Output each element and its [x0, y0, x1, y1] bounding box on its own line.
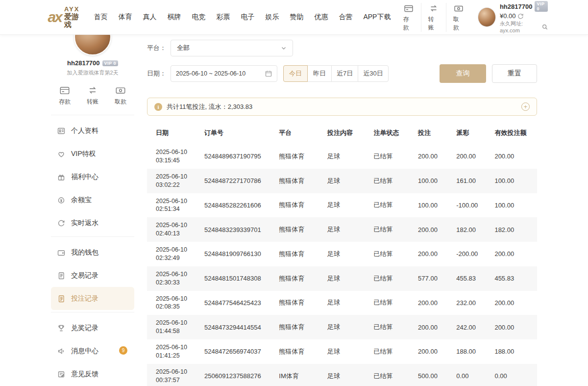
- rebate-refresh-icon: [57, 219, 66, 228]
- join-days-text: 加入爱游戏体育第2天: [51, 69, 134, 77]
- deposit-button[interactable]: 存款: [396, 3, 420, 32]
- platform-select[interactable]: 全部: [171, 40, 293, 56]
- query-button[interactable]: 查询: [440, 64, 486, 83]
- wallet-icon: [57, 248, 66, 257]
- sidebar-item-yuebao[interactable]: 余额宝: [51, 188, 134, 211]
- table-row: 2025-06-1002:40:13 5248483239339701 熊猫体育…: [147, 217, 537, 242]
- range-30days-button[interactable]: 近30日: [358, 65, 388, 82]
- expand-icon[interactable]: +: [521, 103, 530, 111]
- cell-content: 足球: [324, 217, 371, 242]
- deposit-icon: [59, 84, 71, 96]
- menu-label: 意见反馈: [71, 370, 98, 379]
- sidebar-item-rebate[interactable]: 实时返水: [51, 211, 134, 234]
- nav-promo[interactable]: 优惠: [309, 13, 333, 22]
- nav-sports[interactable]: 体育: [113, 13, 137, 22]
- search-icon[interactable]: [542, 24, 548, 30]
- cell-order: 5248481909766130: [201, 242, 276, 266]
- platform-select-value: 全部: [177, 44, 190, 52]
- date-range-input[interactable]: 2025-06-10 ~ 2025-06-10: [171, 65, 277, 82]
- table-row: 2025-06-1001:41:25 5248472656974037 熊猫体育…: [147, 339, 537, 364]
- bet-records-table: 日期 订单号 平台 投注内容 注单状态 投注 派彩 有效投注额 2025-06-…: [147, 123, 537, 386]
- cell-payout: 161.00: [453, 169, 491, 193]
- cell-content: 足球: [324, 242, 371, 266]
- profile-icon: [57, 127, 66, 135]
- sidebar-item-bet-records[interactable]: 投注记录: [51, 287, 134, 310]
- menu-label: 我的钱包: [71, 248, 98, 257]
- menu-label: 福利中心: [71, 173, 98, 181]
- sidebar-item-welfare[interactable]: 福利中心: [51, 165, 134, 188]
- gift-icon: [57, 173, 66, 181]
- table-row: 2025-06-1002:32:49 5248481909766130 熊猫体育…: [147, 242, 537, 266]
- divider: [51, 236, 134, 237]
- cell-order: 5248473294414554: [201, 315, 276, 339]
- cell-content: 足球: [324, 169, 371, 193]
- sidebar-vip-badge: VIP 0: [102, 60, 118, 66]
- cell-order: 5248483239339701: [201, 217, 276, 242]
- cell-bet: 100.00: [415, 193, 453, 218]
- cell-order: 5248485282261606: [201, 193, 276, 218]
- sidebar-item-prize-records[interactable]: 兑奖记录: [51, 316, 134, 339]
- sidebar-item-vip[interactable]: VIP特权: [51, 142, 134, 165]
- cell-status: 已结算: [371, 291, 416, 315]
- cell-valid: 0.00: [491, 364, 537, 386]
- sidebar-item-messages[interactable]: 消息中心 9: [51, 339, 134, 362]
- username: hh2817700: [500, 3, 533, 10]
- refresh-balance-icon[interactable]: [517, 13, 524, 19]
- sidebar-item-profile[interactable]: 个人资料: [51, 119, 134, 142]
- cell-bet: 200.00: [415, 315, 453, 339]
- cell-date: 2025-06-1002:51:34: [147, 193, 201, 218]
- date-range-value: 2025-06-10 ~ 2025-06-10: [176, 70, 245, 77]
- range-7days-button[interactable]: 近7日: [331, 65, 358, 82]
- nav-home[interactable]: 首页: [88, 13, 113, 22]
- nav-app-download[interactable]: APP下载: [358, 13, 396, 22]
- sidebar-transfer-button[interactable]: 转账: [84, 84, 101, 106]
- nav-sponsor[interactable]: 赞助: [284, 13, 309, 22]
- sidebar-item-feedback[interactable]: 意见反馈: [51, 362, 134, 386]
- nav-chess[interactable]: 棋牌: [162, 13, 186, 22]
- reset-button[interactable]: 重置: [492, 64, 537, 83]
- cell-content: 足球: [324, 291, 371, 315]
- nav-lottery[interactable]: 彩票: [211, 13, 235, 22]
- cell-date: 2025-06-1000:37:57: [147, 364, 201, 386]
- main-nav: 首页 体育 真人 棋牌 电竞 彩票 电子 娱乐 赞助 优惠 合营 APP下载: [88, 13, 396, 22]
- date-label: 日期：: [147, 69, 171, 78]
- cell-bet: 200.00: [415, 339, 453, 364]
- cell-valid: 100.00: [491, 193, 537, 218]
- col-valid: 有效投注额: [491, 123, 537, 144]
- range-today-button[interactable]: 今日: [283, 65, 308, 82]
- menu-label: 交易记录: [71, 271, 98, 280]
- transfer-button[interactable]: 转账: [421, 3, 446, 32]
- nav-affiliate[interactable]: 合营: [333, 13, 358, 22]
- nav-entertainment[interactable]: 娱乐: [260, 13, 284, 22]
- cell-date: 2025-06-1002:40:13: [147, 217, 201, 242]
- vip-heart-icon: [57, 150, 66, 158]
- cell-valid: 200.00: [491, 242, 537, 266]
- sidebar-withdraw-button[interactable]: 取款: [112, 84, 129, 106]
- message-count-badge: 9: [119, 346, 127, 355]
- table-row: 2025-06-1002:51:34 5248485282261606 熊猫体育…: [147, 193, 537, 218]
- col-content: 投注内容: [324, 123, 371, 144]
- user-avatar[interactable]: [478, 7, 496, 27]
- cell-platform: 熊猫体育: [276, 217, 324, 242]
- nav-live[interactable]: 真人: [137, 13, 162, 22]
- balance: ¥0.00: [500, 12, 516, 20]
- cell-content: 足球: [324, 339, 371, 364]
- nav-esports[interactable]: 电竞: [186, 13, 211, 22]
- nav-slots[interactable]: 电子: [235, 13, 260, 22]
- col-platform: 平台: [276, 123, 324, 144]
- bet-records-page: 平台： 全部 日期： 2025-06-10 ~ 2025-06-10: [147, 35, 537, 386]
- sidebar-item-transactions[interactable]: 交易记录: [51, 264, 134, 287]
- cell-date: 2025-06-1003:15:45: [147, 144, 201, 169]
- cell-bet: 200.00: [415, 291, 453, 315]
- cell-platform: 熊猫体育: [276, 315, 324, 339]
- sidebar-deposit-button[interactable]: 存款: [56, 84, 74, 106]
- site-logo[interactable]: ax AYX 爱游戏: [48, 6, 80, 28]
- cell-status: 已结算: [371, 217, 416, 242]
- withdraw-button[interactable]: 取款: [446, 3, 471, 32]
- sidebar-item-wallet[interactable]: 我的钱包: [51, 241, 134, 264]
- cell-status: 已结算: [371, 266, 416, 291]
- cell-platform: 熊猫体育: [276, 169, 324, 193]
- range-yesterday-button[interactable]: 昨日: [307, 65, 332, 82]
- menu-label: 兑奖记录: [71, 324, 98, 333]
- trophy-icon: [57, 324, 66, 333]
